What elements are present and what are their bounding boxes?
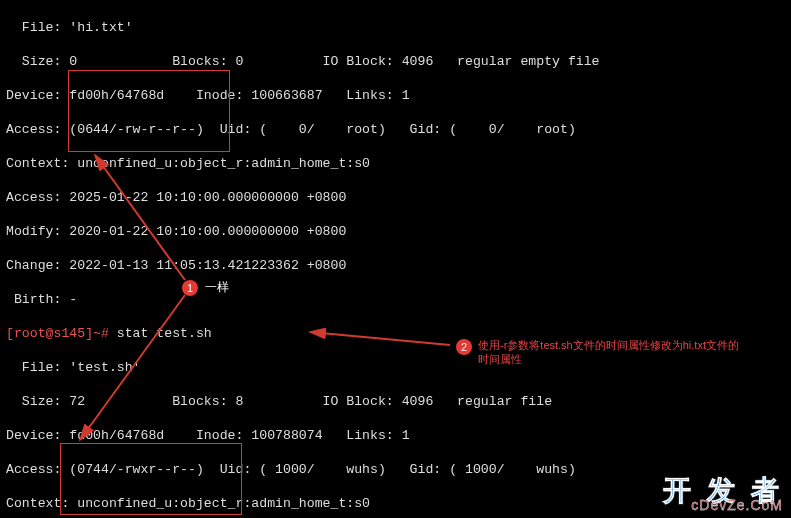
output-line: Birth: - xyxy=(6,291,785,308)
command-text: stat test.sh xyxy=(117,326,212,341)
annotation-label-1: 一样 xyxy=(205,279,229,296)
annotation-badge-2: 2 xyxy=(456,339,472,355)
prompt: [root@s145]~# xyxy=(6,326,117,341)
annotation-badge-1: 1 xyxy=(182,280,198,296)
annotation-text-2a: 使用-r参数将test.sh文件的时间属性修改为hi.txt文件的 xyxy=(478,338,774,352)
output-line: Change: 2022-01-13 11:05:13.421223362 +0… xyxy=(6,257,785,274)
terminal-output: File: 'hi.txt' Size: 0 Blocks: 0 IO Bloc… xyxy=(0,0,791,518)
annotation-text-2b: 时间属性 xyxy=(478,352,522,366)
output-line: Size: 72 Blocks: 8 IO Block: 4096 regula… xyxy=(6,393,785,410)
output-line: Device: fd00h/64768d Inode: 100788074 Li… xyxy=(6,427,785,444)
output-line: Size: 0 Blocks: 0 IO Block: 4096 regular… xyxy=(6,53,785,70)
output-line: File: 'test.sh' xyxy=(6,359,785,376)
watermark: 开 发 者 cDevZe.CoM xyxy=(663,482,783,514)
output-line: File: 'hi.txt' xyxy=(6,19,785,36)
output-line: Context: unconfined_u:object_r:admin_hom… xyxy=(6,155,785,172)
output-line: Access: 2025-01-22 10:10:00.000000000 +0… xyxy=(6,189,785,206)
output-line: Device: fd00h/64768d Inode: 100663687 Li… xyxy=(6,87,785,104)
output-line: Access: (0644/-rw-r--r--) Uid: ( 0/ root… xyxy=(6,121,785,138)
output-line: Modify: 2020-01-22 10:10:00.000000000 +0… xyxy=(6,223,785,240)
